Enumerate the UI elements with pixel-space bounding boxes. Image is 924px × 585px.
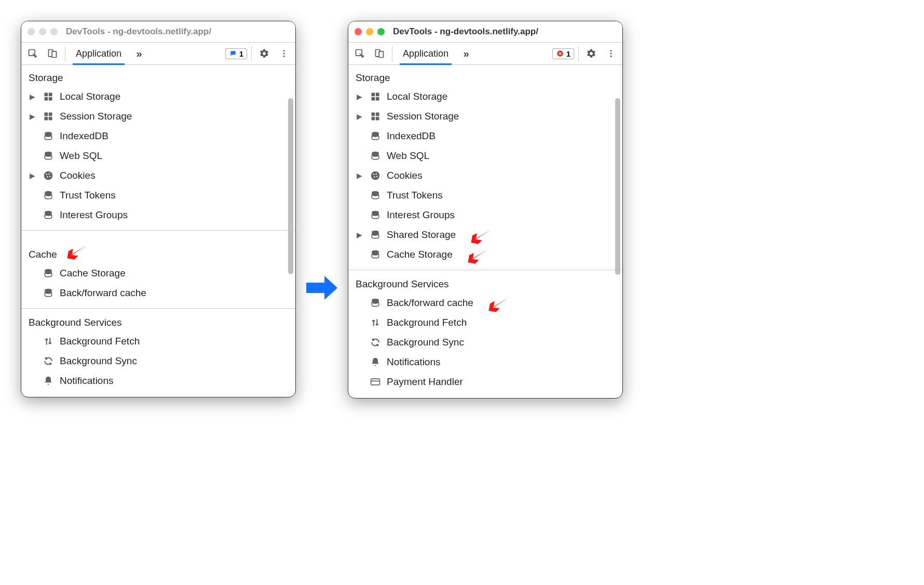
sidebar-tree[interactable]: Storage▶Local Storage▶Session StorageInd… bbox=[348, 65, 622, 398]
tree-item[interactable]: ▶Local Storage bbox=[348, 87, 622, 107]
svg-rect-35 bbox=[376, 97, 379, 101]
tree-item[interactable]: Notifications bbox=[21, 371, 295, 391]
card-icon bbox=[369, 376, 382, 388]
db-icon bbox=[369, 297, 382, 309]
db-icon bbox=[369, 189, 382, 202]
issues-badge[interactable]: 1 bbox=[225, 48, 247, 59]
tab-application[interactable]: Application bbox=[397, 43, 455, 64]
inspect-icon[interactable] bbox=[351, 45, 368, 62]
tree-item[interactable]: Back/forward cache bbox=[348, 293, 622, 313]
db-icon bbox=[369, 248, 382, 261]
tree-item-label: Trust Tokens bbox=[60, 190, 116, 201]
inspect-icon[interactable] bbox=[24, 45, 41, 62]
divider bbox=[65, 46, 65, 61]
tree-item[interactable]: Background Sync bbox=[348, 333, 622, 352]
tree-item-label: Interest Groups bbox=[387, 209, 455, 221]
tree-item[interactable]: Payment Handler bbox=[348, 372, 622, 392]
sidebar-tree[interactable]: Storage▶Local Storage▶Session StorageInd… bbox=[21, 65, 295, 397]
expand-arrow-icon[interactable]: ▶ bbox=[30, 92, 35, 101]
expand-arrow-icon[interactable]: ▶ bbox=[357, 112, 362, 121]
bell-icon bbox=[369, 356, 382, 368]
minimize-dot[interactable] bbox=[39, 28, 46, 35]
device-mode-icon[interactable] bbox=[44, 45, 61, 62]
svg-point-5 bbox=[283, 56, 285, 57]
errors-badge[interactable]: 1 bbox=[552, 48, 574, 59]
tree-item[interactable]: ▶Local Storage bbox=[21, 87, 295, 107]
tree-item[interactable]: Web SQL bbox=[21, 146, 295, 166]
tree-item-label: Web SQL bbox=[60, 150, 102, 162]
tree-item-label: Payment Handler bbox=[387, 376, 463, 388]
tree-item[interactable]: IndexedDB bbox=[21, 126, 295, 146]
tree-item[interactable]: Notifications bbox=[348, 352, 622, 372]
divider bbox=[251, 46, 252, 61]
expand-arrow-icon[interactable]: ▶ bbox=[357, 92, 362, 101]
close-dot[interactable] bbox=[28, 28, 35, 35]
grid-icon bbox=[42, 90, 55, 103]
tree-item-label: Back/forward cache bbox=[387, 297, 473, 309]
tree-item[interactable]: Background Fetch bbox=[21, 331, 295, 351]
transition-arrow-icon bbox=[306, 275, 337, 301]
traffic-lights[interactable] bbox=[28, 28, 58, 35]
svg-rect-38 bbox=[372, 117, 375, 121]
tree-item[interactable]: IndexedDB bbox=[348, 126, 622, 146]
expand-arrow-icon[interactable]: ▶ bbox=[30, 112, 35, 121]
tree-item[interactable]: ▶Cookies bbox=[348, 166, 622, 185]
svg-point-42 bbox=[371, 171, 380, 180]
svg-rect-8 bbox=[45, 97, 48, 101]
svg-point-19 bbox=[47, 176, 48, 178]
minimize-dot[interactable] bbox=[366, 28, 373, 35]
gear-icon[interactable] bbox=[583, 45, 600, 62]
close-dot[interactable] bbox=[355, 28, 362, 35]
window-title: DevTools - ng-devtools.netlify.app/ bbox=[393, 26, 538, 37]
tree-item[interactable]: Interest Groups bbox=[21, 205, 295, 225]
grid-icon bbox=[42, 110, 55, 123]
error-icon bbox=[556, 49, 564, 58]
more-tabs-icon[interactable]: » bbox=[131, 45, 147, 62]
expand-arrow-icon[interactable]: ▶ bbox=[30, 171, 35, 180]
tree-item-label: Background Fetch bbox=[60, 336, 140, 347]
svg-rect-2 bbox=[52, 51, 56, 58]
svg-rect-9 bbox=[49, 97, 52, 101]
zoom-dot[interactable] bbox=[50, 28, 58, 35]
zoom-dot[interactable] bbox=[377, 28, 385, 35]
scrollbar[interactable] bbox=[614, 98, 621, 393]
tree-item[interactable]: Trust Tokens bbox=[348, 185, 622, 205]
tree-item-label: Cookies bbox=[60, 170, 96, 181]
tree-item-label: Local Storage bbox=[387, 91, 447, 102]
tree-item[interactable]: ▶Session Storage bbox=[21, 107, 295, 126]
kebab-icon[interactable] bbox=[276, 45, 292, 62]
svg-rect-11 bbox=[49, 113, 52, 116]
more-tabs-icon[interactable]: » bbox=[458, 45, 474, 62]
scrollbar[interactable] bbox=[287, 98, 294, 392]
svg-rect-7 bbox=[49, 93, 52, 97]
svg-point-3 bbox=[283, 50, 285, 51]
tree-item[interactable]: Trust Tokens bbox=[21, 185, 295, 205]
tab-application[interactable]: Application bbox=[70, 43, 128, 64]
tree-item-label: Back/forward cache bbox=[60, 287, 146, 299]
tree-item-label: Cache Storage bbox=[60, 268, 126, 279]
tree-item[interactable]: Background Sync bbox=[21, 351, 295, 371]
tree-item[interactable]: Interest Groups bbox=[348, 205, 622, 225]
sync-icon bbox=[369, 336, 382, 349]
device-mode-icon[interactable] bbox=[371, 45, 388, 62]
tree-item[interactable]: ▶Shared Storage bbox=[348, 225, 622, 245]
tree-item[interactable]: ▶Cookies bbox=[21, 166, 295, 185]
tree-item[interactable]: Cache Storage bbox=[21, 263, 295, 283]
gear-icon[interactable] bbox=[256, 45, 273, 62]
svg-rect-27 bbox=[379, 51, 383, 58]
traffic-lights[interactable] bbox=[355, 28, 385, 35]
kebab-icon[interactable] bbox=[603, 45, 619, 62]
tree-item[interactable]: Web SQL bbox=[348, 146, 622, 166]
tree-item[interactable]: Background Fetch bbox=[348, 313, 622, 333]
db-icon bbox=[42, 287, 55, 299]
tree-item[interactable]: Cache Storage bbox=[348, 245, 622, 264]
grid-icon bbox=[369, 110, 382, 123]
annotation-arrow-icon bbox=[488, 295, 509, 313]
tree-item[interactable]: Back/forward cache bbox=[21, 283, 295, 303]
titlebar: DevTools - ng-devtools.netlify.app/ bbox=[348, 21, 622, 42]
expand-arrow-icon[interactable]: ▶ bbox=[357, 171, 362, 180]
svg-point-29 bbox=[610, 50, 612, 51]
svg-point-30 bbox=[610, 53, 612, 55]
expand-arrow-icon[interactable]: ▶ bbox=[357, 231, 362, 239]
tree-item[interactable]: ▶Session Storage bbox=[348, 107, 622, 126]
